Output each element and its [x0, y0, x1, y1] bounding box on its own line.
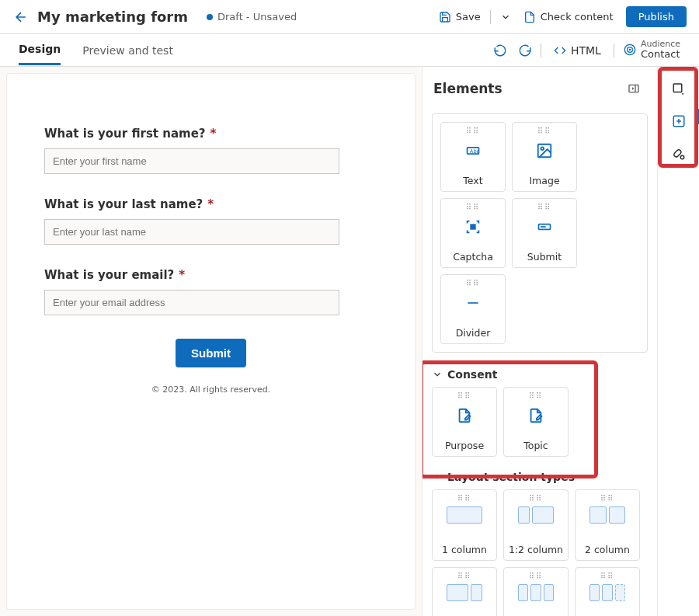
first-name-input[interactable]: [44, 148, 339, 174]
grip-icon: ⠿⠿: [466, 129, 481, 133]
tile-label: Purpose: [445, 440, 484, 451]
check-content-button[interactable]: Check content: [517, 7, 620, 27]
grip-icon: ⠿⠿: [529, 496, 544, 500]
layout-2-1-icon: [447, 584, 482, 601]
svg-rect-9: [471, 224, 475, 229]
element-tile-image[interactable]: ⠿⠿ Image: [512, 122, 577, 192]
divider: [541, 44, 541, 57]
rail-styles-button[interactable]: [668, 143, 690, 165]
divider: [614, 44, 614, 57]
tile-label: Image: [529, 175, 559, 186]
status-dot-icon: [207, 14, 213, 20]
undo-button[interactable]: [489, 40, 511, 61]
consent-tile-topic[interactable]: ⠿⠿ Topic: [503, 387, 569, 457]
rail-elements-button[interactable]: [668, 110, 690, 132]
tile-label: Topic: [523, 440, 548, 451]
panel-collapse-button[interactable]: [623, 78, 645, 99]
grip-icon: ⠿⠿: [600, 496, 615, 500]
target-icon: [624, 44, 636, 56]
section-layout-title: Layout section types: [447, 471, 575, 483]
svg-point-2: [629, 50, 630, 50]
chevron-down-icon: [432, 472, 443, 482]
save-dropdown-button[interactable]: [494, 8, 517, 26]
field-label-email: What is your email?*: [44, 268, 377, 282]
grip-icon: ⠿⠿: [457, 496, 472, 500]
grip-icon: ⠿⠿: [457, 574, 472, 578]
page-title: My marketing form: [37, 9, 188, 25]
divider: [490, 10, 491, 24]
grip-icon: ⠿⠿: [529, 394, 544, 398]
topic-icon: [524, 404, 548, 427]
html-label: HTML: [571, 44, 601, 57]
purpose-icon: [453, 404, 476, 427]
html-toggle-button[interactable]: HTML: [549, 41, 606, 60]
field-label-first-name: What is your first name?*: [44, 127, 377, 141]
layout-3col-icon: [518, 584, 554, 601]
element-tile-divider[interactable]: ⠿⠿ Divider: [440, 274, 506, 344]
check-content-label: Check content: [541, 11, 614, 23]
form-footer: © 2023. All rights reserved.: [44, 385, 377, 395]
tile-label: 1 column: [442, 544, 487, 555]
audience-value: Contact: [641, 49, 680, 60]
panel-title: Elements: [433, 81, 503, 96]
field-label-last-name: What is your last name?*: [44, 197, 377, 211]
publish-button[interactable]: Publish: [626, 6, 687, 27]
divider-icon: [461, 291, 485, 315]
grip-icon: ⠿⠿: [537, 129, 552, 133]
section-layout-toggle[interactable]: Layout section types: [432, 471, 648, 483]
back-button[interactable]: [12, 9, 30, 26]
image-icon: [533, 139, 556, 162]
status-text: Draft - Unsaved: [217, 11, 297, 23]
consent-tile-purpose[interactable]: ⠿⠿ Purpose: [432, 387, 497, 457]
layout-2col-icon: [589, 506, 625, 524]
layout-tile-2-1[interactable]: ⠿⠿ 2:1 column: [432, 567, 497, 616]
tile-label: Divider: [456, 327, 491, 339]
layout-tile-1col[interactable]: ⠿⠿ 1 column: [432, 489, 497, 561]
layout-tile-1-2[interactable]: ⠿⠿ 1:2 column: [503, 489, 569, 561]
layout-tile-3col[interactable]: ⠿⠿ 3 column: [503, 567, 569, 616]
rail-fields-button[interactable]: [668, 78, 690, 99]
chevron-down-icon: [432, 369, 443, 380]
element-tile-submit[interactable]: ⠿⠿ Submit: [512, 198, 577, 268]
tile-label: Submit: [527, 251, 562, 263]
grip-icon: ⠿⠿: [457, 394, 472, 398]
save-icon: [439, 11, 451, 23]
layout-tile-2col[interactable]: ⠿⠿ 2 column: [575, 489, 640, 561]
tab-preview[interactable]: Preview and test: [82, 37, 173, 64]
tab-design[interactable]: Design: [19, 35, 61, 65]
save-button[interactable]: Save: [433, 7, 487, 27]
last-name-input[interactable]: [44, 219, 339, 245]
tile-label: 2 column: [585, 544, 630, 555]
section-consent-toggle[interactable]: Consent: [432, 368, 648, 381]
code-icon: [554, 44, 566, 57]
tile-label: 1:2 column: [509, 544, 563, 555]
text-icon: Abc: [461, 139, 485, 162]
svg-text:Abc: Abc: [470, 148, 480, 155]
audience-selector[interactable]: Audience Contact: [624, 40, 680, 60]
element-tile-text[interactable]: ⠿⠿ Abc Text: [440, 122, 506, 192]
grip-icon: ⠿⠿: [537, 205, 552, 209]
layout-tile-custom[interactable]: ⠿⠿ Custom: [575, 567, 640, 616]
tile-label: Captcha: [453, 251, 493, 263]
svg-point-19: [680, 155, 684, 159]
layout-custom-icon: [589, 584, 625, 601]
grip-icon: ⠿⠿: [466, 205, 481, 209]
grip-icon: ⠿⠿: [466, 281, 481, 285]
layout-1-2-icon: [518, 506, 554, 524]
layout-1col-icon: [447, 506, 482, 524]
svg-point-8: [541, 147, 544, 150]
element-tile-captcha[interactable]: ⠿⠿ Captcha: [440, 198, 506, 268]
document-icon: [523, 11, 536, 23]
tile-label: Text: [463, 175, 482, 186]
form-submit-button[interactable]: Submit: [176, 339, 246, 367]
grip-icon: ⠿⠿: [600, 574, 615, 578]
grip-icon: ⠿⠿: [529, 574, 544, 578]
svg-rect-13: [673, 84, 682, 92]
captcha-icon: [461, 215, 485, 238]
save-label: Save: [456, 11, 481, 23]
email-input[interactable]: [44, 290, 339, 315]
submit-icon: [533, 215, 556, 238]
form-canvas[interactable]: What is your first name?* What is your l…: [6, 73, 416, 610]
redo-button[interactable]: [514, 40, 536, 61]
section-consent-title: Consent: [447, 368, 497, 381]
